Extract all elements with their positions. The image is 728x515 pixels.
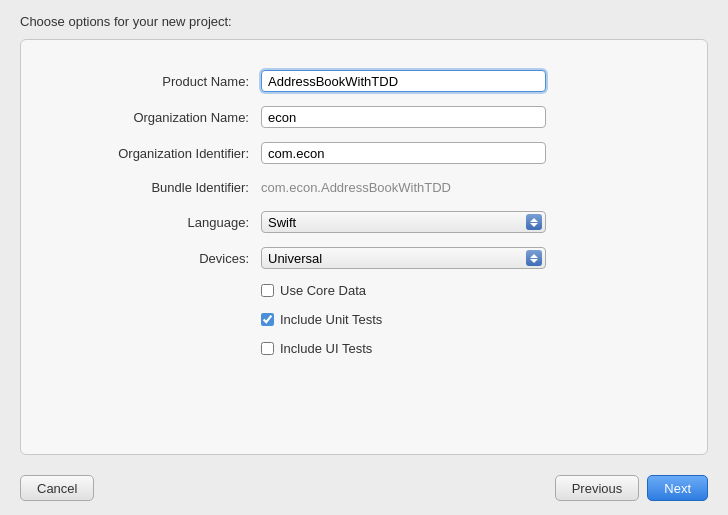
organization-identifier-row: Organization Identifier: [61,142,667,164]
devices-select[interactable]: Universal iPhone iPad [261,247,546,269]
cancel-button[interactable]: Cancel [20,475,94,501]
bundle-identifier-label: Bundle Identifier: [61,180,261,195]
organization-identifier-input[interactable] [261,142,546,164]
language-label: Language: [61,215,261,230]
devices-label: Devices: [61,251,261,266]
language-select[interactable]: Swift Objective-C [261,211,546,233]
next-button[interactable]: Next [647,475,708,501]
devices-select-wrapper: Universal iPhone iPad [261,247,546,269]
include-unit-tests-row: Include Unit Tests [261,312,667,327]
organization-identifier-label: Organization Identifier: [61,146,261,161]
form-panel: Product Name: Organization Name: Organiz… [20,39,708,455]
organization-name-label: Organization Name: [61,110,261,125]
bundle-identifier-value: com.econ.AddressBookWithTDD [261,178,546,197]
main-content: Product Name: Organization Name: Organiz… [0,39,728,465]
previous-button[interactable]: Previous [555,475,640,501]
language-row: Language: Swift Objective-C [61,211,667,233]
organization-name-row: Organization Name: [61,106,667,128]
bottom-bar: Cancel Previous Next [0,465,728,515]
navigation-buttons: Previous Next [555,475,708,501]
bundle-identifier-row: Bundle Identifier: com.econ.AddressBookW… [61,178,667,197]
use-core-data-checkbox[interactable] [261,284,274,297]
page-title: Choose options for your new project: [20,14,232,29]
include-ui-tests-label: Include UI Tests [280,341,372,356]
product-name-row: Product Name: [61,70,667,92]
language-select-wrapper: Swift Objective-C [261,211,546,233]
devices-row: Devices: Universal iPhone iPad [61,247,667,269]
include-ui-tests-row: Include UI Tests [261,341,667,356]
organization-name-input[interactable] [261,106,546,128]
include-ui-tests-checkbox[interactable] [261,342,274,355]
include-unit-tests-checkbox[interactable] [261,313,274,326]
product-name-input[interactable] [261,70,546,92]
include-unit-tests-label: Include Unit Tests [280,312,382,327]
product-name-label: Product Name: [61,74,261,89]
use-core-data-label: Use Core Data [280,283,366,298]
use-core-data-row: Use Core Data [261,283,667,298]
